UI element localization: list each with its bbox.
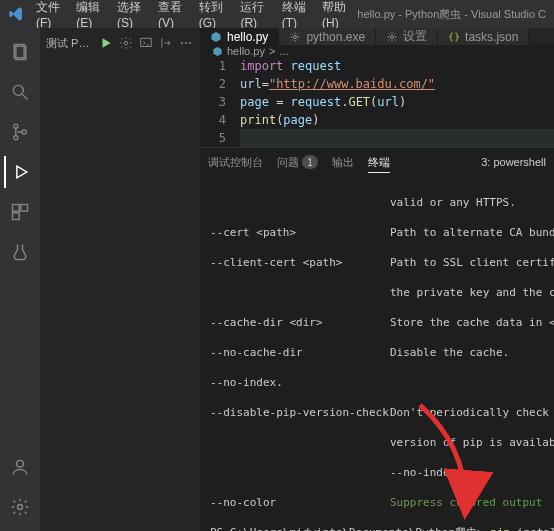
svg-point-17 [185,42,187,44]
activity-settings[interactable] [4,491,36,523]
svg-point-21 [391,35,394,38]
activity-source-control[interactable] [4,116,36,148]
svg-point-11 [17,460,24,467]
python-file-icon [210,31,222,43]
terminal-content[interactable]: valid or any HTTPS. --cert <path>Path to… [200,176,554,531]
tab-label: 设置 [403,28,427,45]
svg-marker-13 [103,38,111,47]
debug-sidebar: 测试 PYTH... [40,28,200,531]
problems-count-badge: 1 [302,155,318,169]
start-debug-icon[interactable] [98,35,114,51]
tab-hello-py[interactable]: hello.py [200,28,279,45]
tab-settings[interactable]: 设置 [376,28,438,45]
svg-point-6 [22,130,26,134]
svg-marker-22 [213,46,221,55]
svg-point-18 [189,42,191,44]
python-file-icon [212,46,223,57]
svg-rect-10 [13,213,20,220]
breadcrumb-file: hello.py [227,45,265,57]
svg-marker-7 [17,166,27,178]
breadcrumb-rest: ... [279,45,288,57]
editor-area: hello.py python.exe 设置 tasks.json hello.… [200,28,554,531]
menu-view[interactable]: 查看(V) [152,0,193,30]
bottom-panel: 调试控制台 问题1 输出 终端 3: powershell valid or a… [200,147,554,531]
menu-help[interactable]: 帮助(H) [316,0,357,30]
tab-label: hello.py [227,30,268,44]
tab-label: python.exe [306,30,365,44]
svg-rect-15 [141,38,152,46]
svg-point-20 [294,35,297,38]
panel-tab-terminal[interactable]: 终端 [368,155,390,170]
activity-extensions[interactable] [4,196,36,228]
window-title: hello.py - Python爬虫 - Visual Studio C [357,7,546,22]
line-gutter: 1 2 3 4 5 [200,57,240,147]
activity-bar [0,28,40,531]
svg-line-3 [23,95,28,100]
svg-marker-19 [212,32,221,42]
gear-icon [289,31,301,43]
debug-config-label[interactable]: 测试 PYTH... [46,36,94,51]
svg-point-16 [181,42,183,44]
panel-tab-problems[interactable]: 问题1 [277,155,318,170]
json-file-icon [448,31,460,43]
tab-python-exe[interactable]: python.exe [279,28,376,45]
panel-tabs: 调试控制台 问题1 输出 终端 3: powershell [200,148,554,176]
menu-terminal[interactable]: 终端(T) [276,0,316,30]
activity-explorer[interactable] [4,36,36,68]
debug-console-icon[interactable] [138,35,154,51]
step-icon[interactable] [158,35,174,51]
menu-run[interactable]: 运行(R) [234,0,275,30]
svg-point-12 [18,505,23,510]
panel-tab-debug-console[interactable]: 调试控制台 [208,155,263,170]
code-lines: import request url="http://www.baidu.com… [240,57,554,147]
activity-search[interactable] [4,76,36,108]
code-editor[interactable]: 1 2 3 4 5 import request url="http://www… [200,57,554,147]
svg-rect-9 [21,205,28,212]
titlebar: 文件(F) 编辑(E) 选择(S) 查看(V) 转到(G) 运行(R) 终端(T… [0,0,554,28]
activity-run-debug[interactable] [4,156,36,188]
svg-rect-8 [13,205,20,212]
menu-file[interactable]: 文件(F) [30,0,70,30]
gear-icon[interactable] [118,35,134,51]
activity-testing[interactable] [4,236,36,268]
gear-icon [386,31,398,43]
tab-label: tasks.json [465,30,518,44]
svg-point-5 [14,136,18,140]
svg-point-4 [14,124,18,128]
vscode-logo-icon [8,6,24,22]
editor-tabs: hello.py python.exe 设置 tasks.json [200,28,554,45]
panel-tab-output[interactable]: 输出 [332,155,354,170]
svg-point-2 [13,85,23,95]
tab-tasks-json[interactable]: tasks.json [438,28,529,45]
menu-select[interactable]: 选择(S) [111,0,152,30]
activity-accounts[interactable] [4,451,36,483]
terminal-shell-select[interactable]: 3: powershell [481,156,546,168]
menu-edit[interactable]: 编辑(E) [70,0,111,30]
more-icon[interactable] [178,35,194,51]
svg-point-14 [124,41,128,45]
menu-go[interactable]: 转到(G) [193,0,235,30]
breadcrumb-sep: > [269,45,275,57]
breadcrumb[interactable]: hello.py > ... [200,45,554,57]
